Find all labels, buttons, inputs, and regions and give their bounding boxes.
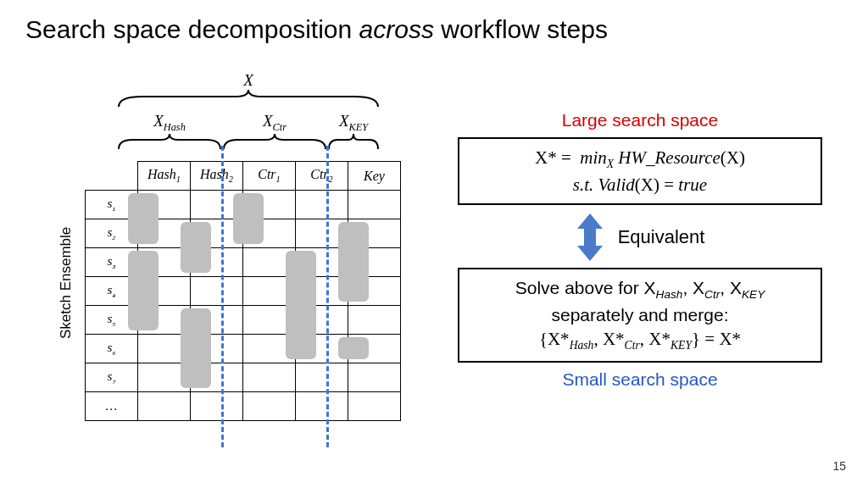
title-part1: Search space decomposition (25, 15, 359, 43)
page-number: 15 (832, 459, 846, 473)
brace-key-label: XKEY (327, 112, 380, 134)
col-header: Hash1 (138, 162, 191, 191)
box1-line2: s.t. Valid(X) = true (471, 173, 809, 197)
cell (348, 363, 401, 392)
small-search-label: Small search space (458, 369, 822, 390)
brace-key: XKEY (327, 112, 380, 151)
brace-ctr: XCtr (222, 112, 327, 151)
grey-block (181, 308, 211, 388)
grey-block (128, 193, 159, 244)
box2-line3: {X*Hash, X*Ctr, X*KEY} = X* (471, 327, 809, 354)
cell (348, 392, 401, 421)
cell (348, 191, 401, 219)
objective-box: X* = minX HW_Resource(X) s.t. Valid(X) =… (458, 137, 822, 205)
decomposed-box: Solve above for XHash, XCtr, XKEY separa… (458, 268, 822, 363)
brace-hash-label: XHash (117, 112, 222, 134)
equivalence-row: Equivalent (458, 214, 822, 261)
cell (191, 392, 243, 421)
brace-ctr-label: XCtr (222, 112, 327, 134)
separator-hash-ctr (221, 146, 224, 447)
header-row: Hash1 Hash2 Ctr1 Ctr2 Key (86, 162, 401, 191)
right-panel: Large search space X* = minX HW_Resource… (458, 110, 822, 390)
grey-block (338, 337, 369, 359)
box2-line2: separately and merge: (471, 303, 809, 327)
grey-block (233, 193, 264, 244)
brace-all: X (117, 71, 380, 108)
slide-title: Search space decomposition across workfl… (25, 15, 608, 44)
large-search-label: Large search space (458, 110, 822, 130)
y-axis-label: Sketch Ensemble (58, 227, 75, 339)
title-part2: workflow steps (434, 15, 608, 43)
decomposition-table: X XHash XCtr XKEY Hash1 Hash2 Ctr1 Ctr2 … (85, 161, 401, 421)
col-header: Hash2 (191, 162, 243, 191)
grey-block (286, 251, 316, 359)
grey-block (128, 251, 159, 330)
row-label: s₇ (86, 363, 138, 392)
row-label: s₆ (86, 335, 138, 363)
title-italic: across (359, 15, 434, 43)
box1-line1: X* = minX HW_Resource(X) (471, 146, 809, 173)
col-header: Ctr1 (243, 162, 296, 191)
grey-block (338, 222, 369, 302)
cell (243, 392, 296, 421)
table-row: s₇ (86, 363, 401, 392)
cell (348, 306, 401, 335)
table-row: … (86, 392, 401, 421)
box2-line1: Solve above for XHash, XCtr, XKEY (471, 276, 809, 303)
cell (296, 392, 348, 421)
brace-all-label: X (117, 71, 380, 90)
row-label: … (86, 392, 138, 421)
brace-hash: XHash (117, 112, 222, 151)
separator-ctr-key (326, 146, 329, 447)
cell (138, 392, 191, 421)
col-header: Key (348, 162, 401, 191)
grey-block (181, 222, 211, 273)
cell (296, 191, 348, 219)
cell (296, 363, 348, 392)
equivalent-label: Equivalent (618, 226, 705, 248)
cell (191, 277, 243, 306)
col-header: Ctr2 (296, 162, 348, 191)
cell (243, 363, 296, 392)
double-arrow-icon (576, 214, 604, 261)
